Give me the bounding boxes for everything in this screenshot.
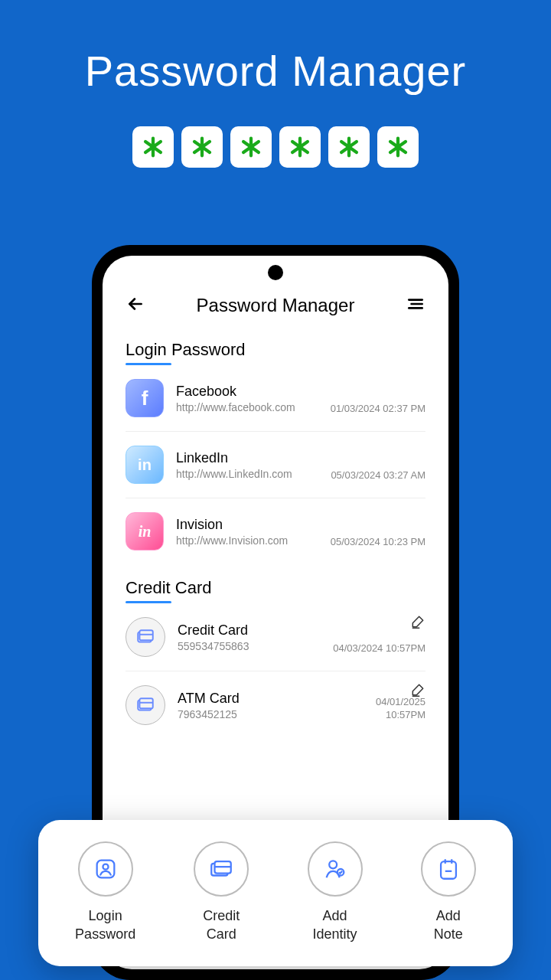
list-item[interactable]: inInvisionhttp://www.Invision.com05/03/2… (126, 498, 425, 564)
sheet-label: LoginPassword (75, 907, 135, 943)
edit-icon[interactable] (410, 614, 425, 632)
password-dots-row (0, 126, 551, 168)
sheet-button-note[interactable]: AddNote (421, 841, 476, 943)
password-dot (377, 126, 419, 168)
item-body: Facebookhttp://www.facebook.com (176, 384, 331, 413)
item-title: LinkedIn (176, 450, 331, 466)
card-icon (194, 841, 249, 897)
item-title: Invision (176, 517, 331, 533)
item-timestamp: 05/03/2024 10:23 PM (331, 536, 425, 550)
item-body: Credit Card559534755863 (178, 622, 333, 652)
item-timestamp: 05/03/2024 03:27 AM (331, 469, 425, 484)
note-icon (421, 841, 476, 897)
camera-notch (268, 265, 283, 280)
item-title: ATM Card (178, 691, 376, 707)
app-title: Password Manager (197, 295, 355, 316)
item-url: http://www.LinkedIn.com (176, 468, 331, 480)
sheet-label: AddNote (434, 907, 463, 943)
item-url: http://www.facebook.com (176, 401, 331, 413)
list-item[interactable]: Credit Card55953475586304/03/2024 10:57P… (126, 603, 425, 671)
password-dot (181, 126, 223, 168)
password-dot (132, 126, 174, 168)
svg-rect-1 (139, 630, 152, 640)
password-dot (328, 126, 370, 168)
sheet-label: AddIdentity (313, 907, 357, 943)
sheet-label: CreditCard (203, 907, 240, 943)
section-login: Login Password fFacebookhttp://www.faceb… (103, 340, 448, 564)
section-title-login: Login Password (126, 340, 246, 364)
login-list: fFacebookhttp://www.facebook.com01/03/20… (126, 365, 425, 564)
card-list: Credit Card55953475586304/03/2024 10:57P… (126, 603, 425, 739)
item-url: http://www.Invision.com (176, 534, 331, 547)
credit-card-icon (126, 685, 165, 725)
item-timestamp: 04/03/2024 10:57PM (333, 642, 425, 657)
list-item[interactable]: fFacebookhttp://www.facebook.com01/03/20… (126, 365, 425, 432)
li-icon: in (126, 446, 164, 484)
list-item[interactable]: inLinkedInhttp://www.LinkedIn.com05/03/2… (126, 432, 425, 498)
section-card: Credit Card Credit Card55953475586304/03… (103, 578, 448, 739)
list-item[interactable]: ATM Card796345212504/01/202510:57PM (126, 671, 425, 739)
identity-icon (308, 841, 363, 897)
fb-icon: f (126, 379, 164, 417)
svg-rect-13 (441, 861, 456, 879)
sheet-button-identity[interactable]: AddIdentity (308, 841, 363, 943)
item-number: 559534755863 (178, 640, 333, 652)
item-body: ATM Card7963452125 (178, 691, 376, 720)
svg-rect-4 (139, 698, 152, 708)
svg-point-11 (329, 861, 337, 869)
svg-point-7 (103, 864, 108, 870)
hero-title: Password Manager (0, 0, 551, 96)
item-timestamp: 01/03/2024 02:37 PM (331, 403, 425, 417)
credit-card-icon (126, 617, 165, 657)
item-body: Invisionhttp://www.Invision.com (176, 517, 331, 547)
item-title: Credit Card (178, 622, 333, 639)
login-icon (78, 841, 133, 897)
back-arrow-icon[interactable] (126, 294, 145, 317)
password-dot (279, 126, 321, 168)
menu-icon[interactable] (406, 294, 425, 317)
item-title: Facebook (176, 384, 331, 400)
item-body: LinkedInhttp://www.LinkedIn.com (176, 450, 331, 480)
sheet-button-card[interactable]: CreditCard (194, 841, 249, 943)
inv-icon: in (126, 512, 164, 550)
sheet-button-login[interactable]: LoginPassword (75, 841, 135, 943)
edit-icon[interactable] (410, 682, 425, 701)
section-title-card: Credit Card (126, 578, 211, 603)
bottom-sheet: LoginPasswordCreditCardAddIdentityAddNot… (38, 820, 513, 966)
item-number: 7963452125 (178, 708, 376, 720)
password-dot (230, 126, 272, 168)
